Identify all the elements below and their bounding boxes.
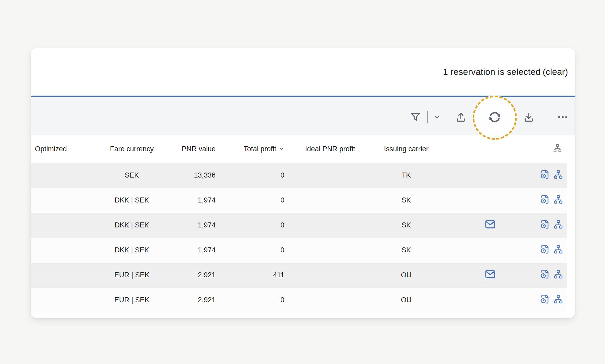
cell-pnr-value: 1,974 bbox=[167, 238, 222, 263]
hierarchy-icon bbox=[554, 269, 563, 280]
selection-bar: 1 reservation is selected (clear) bbox=[31, 48, 575, 96]
cell-issuing-carrier: SK bbox=[372, 213, 440, 238]
hierarchy-icon bbox=[554, 170, 563, 180]
hierarchy-button[interactable] bbox=[554, 269, 563, 280]
hierarchy-icon bbox=[554, 245, 563, 255]
cell-fare-currency: DKK | SEK bbox=[96, 213, 167, 238]
hierarchy-button[interactable] bbox=[554, 170, 563, 180]
cell-optimized bbox=[31, 188, 96, 213]
cell-mail bbox=[440, 263, 540, 288]
cell-total-profit: 0 bbox=[222, 188, 288, 213]
cell-total-profit: 0 bbox=[222, 213, 288, 238]
cell-actions bbox=[540, 188, 567, 213]
hierarchy-icon bbox=[554, 220, 563, 230]
column-header-issuing-carrier[interactable]: Issuing carrier bbox=[372, 135, 440, 163]
reservations-table: Optimized Fare currency PNR value Total … bbox=[31, 135, 567, 313]
hierarchy-icon bbox=[554, 195, 563, 205]
hierarchy-button[interactable] bbox=[554, 220, 563, 230]
cell-issuing-carrier: OU bbox=[372, 288, 440, 313]
cell-actions bbox=[540, 238, 567, 263]
selection-status-text: 1 reservation is selected bbox=[443, 67, 541, 77]
mail-icon[interactable] bbox=[484, 218, 496, 230]
cell-mail bbox=[440, 238, 540, 263]
refresh-button[interactable] bbox=[487, 110, 502, 124]
cell-fare-currency: DKK | SEK bbox=[96, 238, 167, 263]
cell-issuing-carrier: TK bbox=[372, 163, 440, 188]
cell-total-profit: 411 bbox=[222, 263, 288, 288]
hierarchy-button[interactable] bbox=[554, 294, 563, 305]
cell-actions bbox=[540, 163, 567, 188]
cell-optimized bbox=[31, 213, 96, 238]
cell-ideal-pnr-profit bbox=[288, 188, 372, 213]
column-header-actions bbox=[540, 135, 567, 163]
reservations-panel: 1 reservation is selected (clear) bbox=[31, 48, 575, 318]
cell-optimized bbox=[31, 263, 96, 288]
cell-issuing-carrier: SK bbox=[372, 188, 440, 213]
column-header-fare-currency[interactable]: Fare currency bbox=[96, 135, 167, 163]
upload-icon bbox=[455, 111, 467, 123]
file-history-button[interactable] bbox=[540, 195, 550, 205]
hierarchy-button[interactable] bbox=[554, 195, 563, 205]
table-header-row: Optimized Fare currency PNR value Total … bbox=[31, 135, 567, 163]
file-history-button[interactable] bbox=[540, 170, 550, 180]
filter-button[interactable] bbox=[410, 111, 421, 123]
column-header-total-profit[interactable]: Total profit bbox=[222, 135, 288, 163]
column-label: Fare currency bbox=[110, 145, 154, 153]
table-row[interactable]: EUR | SEK 2,921 411 OU bbox=[31, 263, 567, 288]
cell-pnr-value: 2,921 bbox=[167, 288, 222, 313]
cell-optimized bbox=[31, 238, 96, 263]
cell-ideal-pnr-profit bbox=[288, 263, 372, 288]
table-row[interactable]: DKK | SEK 1,974 0 SK bbox=[31, 188, 567, 213]
file-history-button[interactable] bbox=[540, 269, 550, 280]
cell-ideal-pnr-profit bbox=[288, 163, 372, 188]
clear-selection-link[interactable]: (clear) bbox=[543, 67, 568, 77]
column-header-optimized[interactable]: Optimized bbox=[31, 135, 96, 163]
column-header-ideal-pnr-profit[interactable]: Ideal PNR profit bbox=[288, 135, 372, 163]
more-options-icon bbox=[557, 111, 569, 123]
file-history-icon bbox=[540, 195, 550, 205]
cell-total-profit: 0 bbox=[222, 238, 288, 263]
table-toolbar bbox=[31, 97, 575, 135]
cell-optimized bbox=[31, 288, 96, 313]
cell-actions bbox=[540, 263, 567, 288]
cell-actions bbox=[540, 213, 567, 238]
mail-icon[interactable] bbox=[484, 268, 496, 280]
table-row[interactable]: EUR | SEK 2,921 0 OU bbox=[31, 288, 567, 313]
cell-optimized bbox=[31, 163, 96, 188]
cell-pnr-value: 13,336 bbox=[167, 163, 222, 188]
cell-issuing-carrier: OU bbox=[372, 263, 440, 288]
filter-icon bbox=[410, 111, 421, 123]
table-body: SEK 13,336 0 TK bbox=[31, 163, 567, 313]
toolbar-divider bbox=[427, 111, 428, 123]
file-history-button[interactable] bbox=[540, 220, 550, 230]
column-header-pnr-value[interactable]: PNR value bbox=[167, 135, 222, 163]
filter-dropdown-chevron-icon bbox=[433, 113, 442, 122]
download-icon bbox=[523, 111, 535, 123]
hierarchy-button[interactable] bbox=[554, 245, 563, 255]
column-header-mail bbox=[440, 135, 540, 163]
filter-dropdown-button[interactable] bbox=[432, 111, 442, 123]
table-row[interactable]: DKK | SEK 1,974 0 SK bbox=[31, 213, 567, 238]
table-row[interactable]: DKK | SEK 1,974 0 SK bbox=[31, 238, 567, 263]
column-label: Optimized bbox=[35, 145, 67, 153]
cell-fare-currency: SEK bbox=[96, 163, 167, 188]
cell-total-profit: 0 bbox=[222, 163, 288, 188]
file-history-icon bbox=[540, 294, 550, 305]
download-button[interactable] bbox=[523, 111, 535, 123]
more-options-button[interactable] bbox=[557, 111, 569, 123]
column-label: Issuing carrier bbox=[384, 145, 429, 153]
column-label: PNR value bbox=[182, 145, 216, 153]
cell-mail bbox=[440, 213, 540, 238]
column-label: Total profit bbox=[243, 145, 276, 153]
cell-fare-currency: DKK | SEK bbox=[96, 188, 167, 213]
cell-mail bbox=[440, 163, 540, 188]
file-history-icon bbox=[540, 220, 550, 230]
file-history-button[interactable] bbox=[540, 294, 550, 305]
cell-fare-currency: EUR | SEK bbox=[96, 263, 167, 288]
table-row[interactable]: SEK 13,336 0 TK bbox=[31, 163, 567, 188]
cell-fare-currency: EUR | SEK bbox=[96, 288, 167, 313]
upload-button[interactable] bbox=[455, 111, 467, 123]
column-label: Ideal PNR profit bbox=[305, 145, 355, 153]
file-history-button[interactable] bbox=[540, 245, 550, 255]
cell-issuing-carrier: SK bbox=[372, 238, 440, 263]
